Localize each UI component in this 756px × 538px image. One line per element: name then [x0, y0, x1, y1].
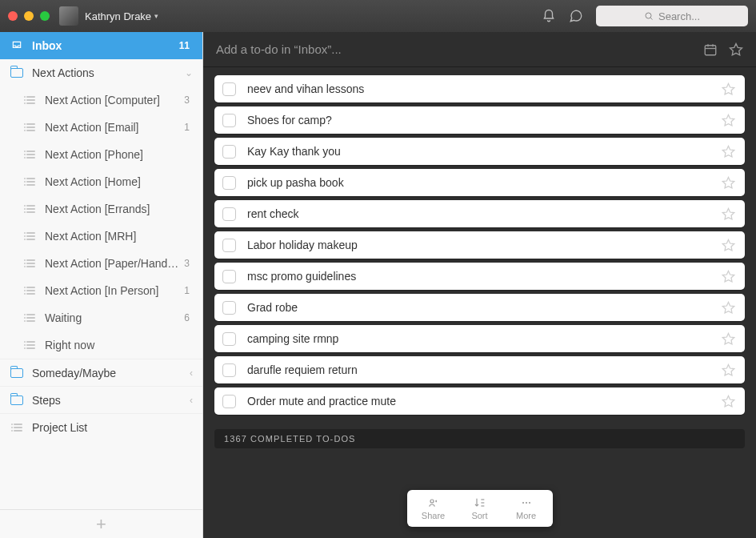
- sort-button[interactable]: Sort: [457, 496, 503, 520]
- star-icon[interactable]: [722, 114, 735, 127]
- svg-point-20: [522, 502, 523, 504]
- list-icon: [22, 178, 37, 186]
- todo-item[interactable]: Order mute and practice mute: [214, 387, 745, 415]
- sidebar-item-next-action[interactable]: Waiting6: [0, 304, 202, 331]
- checkbox[interactable]: [222, 332, 236, 346]
- share-button[interactable]: Share: [410, 496, 457, 520]
- more-button[interactable]: More: [503, 496, 550, 520]
- star-icon[interactable]: [722, 145, 735, 159]
- checkbox[interactable]: [222, 114, 236, 127]
- svg-marker-13: [722, 271, 734, 281]
- folder-icon: [10, 68, 24, 78]
- list-icon: [22, 151, 37, 159]
- svg-rect-2: [705, 45, 716, 54]
- avatar[interactable]: [59, 6, 78, 26]
- bell-icon[interactable]: [542, 9, 556, 23]
- todo-item[interactable]: camping site rmnp: [214, 325, 745, 352]
- username-label: Kathryn Drake: [85, 10, 151, 22]
- sort-label: Sort: [471, 511, 487, 520]
- todo-item[interactable]: neev and vihan lessons: [214, 75, 745, 102]
- sidebar-item-label: Right now: [45, 339, 190, 351]
- star-icon[interactable]: [722, 395, 735, 408]
- sidebar-item-steps[interactable]: Steps ‹: [0, 386, 202, 413]
- sidebar-item-label: Next Action [Home]: [45, 175, 190, 188]
- sidebar-item-next-action[interactable]: Next Action [Paper/Handwritt...3: [0, 250, 202, 277]
- chevron-left-icon: ‹: [190, 395, 193, 406]
- star-icon[interactable]: [722, 270, 735, 283]
- sidebar-item-count: 1: [184, 122, 193, 133]
- todo-text: msc promo guidelines: [247, 270, 722, 283]
- folder-icon: [10, 395, 24, 405]
- sidebar-item-next-action[interactable]: Next Action [Phone]: [0, 141, 202, 168]
- window-controls: [8, 11, 50, 21]
- list-icon: [22, 96, 37, 104]
- sidebar-item-next-action[interactable]: Next Action [MRH]: [0, 223, 202, 250]
- todo-text: pick up pasha book: [247, 176, 722, 189]
- checkbox[interactable]: [222, 176, 236, 190]
- todo-item[interactable]: Grad robe: [214, 294, 745, 321]
- sidebar-item-next-action[interactable]: Next Action [Computer]3: [0, 86, 202, 114]
- sidebar-item-inbox[interactable]: Inbox 11: [0, 32, 202, 59]
- todo-text: Shoes for camp?: [247, 114, 722, 126]
- star-icon[interactable]: [722, 363, 735, 377]
- sidebar-item-next-action[interactable]: Right now: [0, 331, 202, 359]
- add-todo-placeholder: Add a to-do in “Inbox”...: [216, 42, 692, 56]
- sort-icon: [473, 496, 487, 509]
- star-icon[interactable]: [722, 82, 735, 96]
- share-icon: [426, 496, 441, 509]
- completed-todos-button[interactable]: 1367 COMPLETED TO-DOS: [214, 429, 745, 448]
- sidebar-item-label: Waiting: [45, 311, 184, 324]
- sidebar-item-label: Next Action [Errands]: [45, 203, 190, 215]
- sidebar-item-next-action[interactable]: Next Action [In Person]1: [0, 277, 202, 304]
- sidebar-item-someday[interactable]: Someday/Maybe ‹: [0, 359, 202, 386]
- todo-item[interactable]: pick up pasha book: [214, 169, 745, 196]
- todo-text: Order mute and practice mute: [247, 395, 722, 408]
- checkbox[interactable]: [222, 207, 236, 221]
- sidebar-item-next-actions[interactable]: Next Actions ⌄: [0, 59, 202, 86]
- todo-item[interactable]: Labor holiday makeup: [214, 231, 745, 259]
- calendar-icon[interactable]: [703, 42, 718, 57]
- todo-item[interactable]: rent check: [214, 200, 745, 227]
- todo-item[interactable]: darufle requiem return: [214, 356, 745, 383]
- checkbox[interactable]: [222, 145, 236, 159]
- list-icon: [22, 232, 37, 240]
- minimize-window-button[interactable]: [24, 11, 34, 21]
- close-window-button[interactable]: [8, 11, 18, 21]
- sidebar-item-project-list[interactable]: Project List: [0, 413, 202, 440]
- star-icon[interactable]: [722, 301, 735, 315]
- todo-item[interactable]: Kay Kay thank you: [214, 138, 745, 165]
- checkbox[interactable]: [222, 395, 236, 408]
- checkbox[interactable]: [222, 82, 236, 96]
- svg-marker-14: [722, 302, 734, 312]
- svg-marker-12: [722, 239, 734, 250]
- chat-icon[interactable]: [569, 9, 583, 23]
- star-icon[interactable]: [722, 239, 735, 252]
- add-todo-bar[interactable]: Add a to-do in “Inbox”...: [203, 32, 756, 67]
- todo-item[interactable]: msc promo guidelines: [214, 263, 745, 290]
- sidebar-item-next-action[interactable]: Next Action [Errands]: [0, 195, 202, 223]
- svg-marker-6: [730, 43, 742, 54]
- checkbox[interactable]: [222, 239, 236, 252]
- sidebar-item-label: Next Actions: [32, 66, 185, 79]
- checkbox[interactable]: [222, 301, 236, 315]
- svg-marker-9: [722, 146, 734, 156]
- star-icon[interactable]: [722, 207, 735, 221]
- star-icon[interactable]: [729, 42, 743, 57]
- svg-marker-7: [722, 83, 734, 94]
- sidebar-item-next-action[interactable]: Next Action [Email]1: [0, 114, 202, 141]
- star-icon[interactable]: [722, 176, 735, 190]
- sidebar: Inbox 11 Next Actions ⌄ Next Action [Com…: [0, 32, 203, 538]
- sidebar-item-next-action[interactable]: Next Action [Home]: [0, 168, 202, 195]
- zoom-window-button[interactable]: [40, 11, 50, 21]
- svg-line-1: [650, 18, 652, 19]
- user-menu[interactable]: Kathryn Drake ▾: [85, 10, 158, 22]
- checkbox[interactable]: [222, 363, 236, 377]
- completed-label: 1367 COMPLETED TO-DOS: [224, 434, 356, 444]
- checkbox[interactable]: [222, 270, 236, 283]
- todo-list: neev and vihan lessonsShoes for camp?Kay…: [203, 67, 756, 421]
- svg-marker-11: [722, 208, 734, 219]
- search-input[interactable]: Search...: [596, 6, 748, 26]
- star-icon[interactable]: [722, 332, 735, 346]
- add-list-button[interactable]: +: [0, 509, 202, 538]
- todo-item[interactable]: Shoes for camp?: [214, 106, 745, 134]
